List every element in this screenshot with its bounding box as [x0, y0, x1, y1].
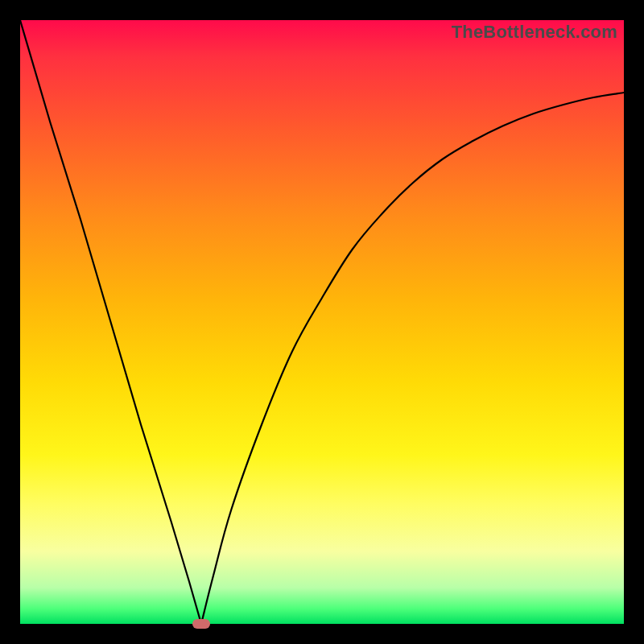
optimum-marker: [192, 619, 210, 629]
curve-right-branch: [201, 93, 624, 624]
chart-frame: TheBottleneck.com: [0, 0, 644, 644]
plot-area: TheBottleneck.com: [20, 20, 624, 624]
curve-left-branch: [20, 20, 201, 624]
curve-svg: [20, 20, 624, 624]
